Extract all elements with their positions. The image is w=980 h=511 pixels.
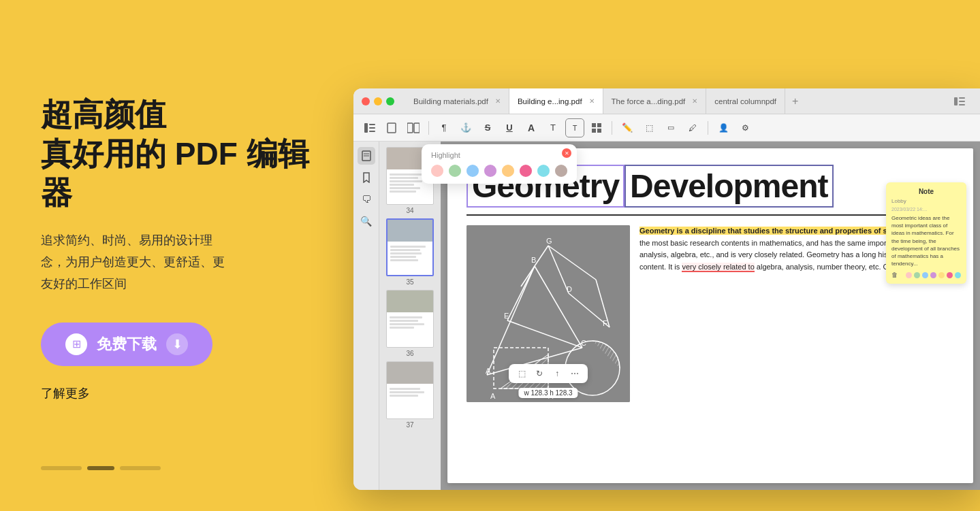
maximize-traffic-light[interactable] — [386, 97, 394, 105]
svg-rect-14 — [597, 129, 601, 133]
note-title: Note — [891, 188, 961, 195]
svg-rect-9 — [407, 123, 413, 133]
pdf-body: A B C E D F G A A ⬚ — [467, 225, 954, 402]
settings-icon[interactable]: ⚙ — [736, 118, 755, 137]
tab-building-materials[interactable]: Building materials.pdf ✕ — [405, 88, 509, 114]
svg-text:D: D — [567, 285, 572, 293]
note-color-blue[interactable] — [922, 272, 928, 278]
thumbnail-panel: 34 35 — [379, 142, 441, 490]
underline-icon[interactable]: U — [500, 118, 519, 137]
double-page-icon[interactable] — [404, 118, 423, 137]
svg-rect-1 — [959, 97, 965, 99]
close-traffic-light[interactable] — [362, 97, 370, 105]
note-color-picker — [906, 272, 961, 278]
svg-rect-8 — [388, 123, 396, 133]
note-color-purple[interactable] — [930, 272, 936, 278]
note-color-green[interactable] — [914, 272, 920, 278]
pdf-geometry-image: A B C E D F G A A ⬚ — [467, 225, 630, 402]
pagination-dot-2[interactable] — [87, 466, 114, 470]
note-color-cyan[interactable] — [955, 272, 961, 278]
learn-more-link[interactable]: 了解更多 — [41, 385, 327, 401]
color-red[interactable] — [520, 165, 532, 177]
pdf-page: GeometryDevelopment — [447, 148, 973, 483]
brush-icon[interactable]: 🖊 — [683, 118, 702, 137]
thumbnail-35[interactable]: 35 — [383, 218, 437, 286]
thumb-num-36: 36 — [406, 350, 413, 357]
more-icon[interactable]: ⋯ — [569, 367, 581, 380]
color-green[interactable] — [449, 165, 461, 177]
user-icon[interactable]: 👤 — [714, 118, 733, 137]
color-orange[interactable] — [502, 165, 514, 177]
note-footer: 🗑 — [891, 271, 961, 278]
crop-icon[interactable]: ⬚ — [516, 367, 528, 380]
color-blue[interactable] — [467, 165, 479, 177]
pagination — [41, 466, 161, 470]
title-bar: Building materials.pdf ✕ Building e...in… — [353, 88, 980, 114]
color-brown[interactable] — [555, 165, 567, 177]
tab-add-button[interactable]: + — [785, 88, 805, 114]
thumbnail-37[interactable]: 37 — [383, 361, 437, 429]
toolbar-separator-3 — [708, 121, 708, 135]
thumb-img-35 — [386, 218, 434, 276]
highlight-popup-close[interactable]: ✕ — [562, 148, 571, 158]
sidebar-toggle-btn[interactable] — [947, 97, 972, 105]
text-icon[interactable]: T — [543, 118, 563, 137]
svg-text:A: A — [486, 367, 491, 375]
rotate-icon[interactable]: ↻ — [533, 367, 546, 380]
shapes-icon[interactable]: ⬚ — [639, 118, 659, 137]
download-arrow-icon: ⬇ — [166, 333, 188, 355]
sidebar-toggle-toolbar-icon[interactable] — [360, 118, 379, 137]
tab-close-icon-3[interactable]: ✕ — [692, 97, 697, 105]
minimize-traffic-light[interactable] — [374, 97, 382, 105]
color-pink[interactable] — [431, 165, 443, 177]
search-sidebar-icon[interactable]: 🔍 — [358, 212, 375, 230]
note-color-yellow[interactable] — [938, 272, 945, 278]
svg-text:A: A — [490, 392, 496, 400]
svg-rect-3 — [959, 104, 965, 105]
highlight-popup: ✕ Highlight — [422, 144, 577, 184]
download-btn-label: 免费下载 — [97, 334, 157, 355]
thumb-num-37: 37 — [406, 421, 413, 429]
color-purple[interactable] — [484, 165, 496, 177]
heading-icon[interactable]: A — [522, 118, 541, 137]
tab-close-icon-active[interactable]: ✕ — [589, 97, 595, 105]
pagination-dot-3[interactable] — [120, 466, 161, 470]
tab-building-e[interactable]: Building e...ing.pdf ✕ — [509, 88, 603, 114]
svg-rect-7 — [369, 131, 375, 132]
svg-rect-0 — [954, 97, 958, 105]
share-icon[interactable]: ↑ — [551, 367, 563, 380]
tab-bar: Building materials.pdf ✕ Building e...in… — [405, 88, 947, 114]
note-delete-icon[interactable]: 🗑 — [891, 271, 898, 278]
pagination-dot-1[interactable] — [41, 466, 82, 470]
pencil-icon[interactable]: ✏️ — [618, 118, 637, 137]
svg-text:G: G — [546, 237, 552, 245]
app-window: Building materials.pdf ✕ Building e...in… — [353, 88, 980, 490]
strikethrough-icon[interactable]: S — [478, 118, 497, 137]
note-author: Lobby — [891, 198, 961, 204]
highlight-color-picker — [431, 165, 567, 177]
download-button[interactable]: ⊞ 免费下载 ⬇ — [41, 323, 212, 366]
tab-central[interactable]: central columnpdf — [706, 88, 785, 114]
highlight-popup-title: Highlight — [431, 151, 567, 159]
annotation-icon[interactable]: 🗨 — [358, 191, 375, 208]
text-box-icon[interactable]: T — [565, 118, 584, 137]
traffic-lights — [362, 97, 394, 105]
svg-rect-5 — [369, 124, 375, 125]
subtitle: 追求简约、时尚、易用的设计理 念，为用户创造更大、更舒适、更 友好的工作区间 — [41, 229, 327, 295]
main-title: 超高颜值 真好用的 PDF 编辑器 — [41, 95, 327, 213]
color-cyan[interactable] — [537, 165, 550, 177]
single-page-icon[interactable] — [382, 118, 401, 137]
svg-text:E: E — [504, 312, 509, 320]
anchor-icon[interactable]: ⚓ — [456, 118, 475, 137]
tab-force[interactable]: The force a...ding.pdf ✕ — [603, 88, 707, 114]
grid-icon[interactable] — [587, 118, 606, 137]
thumbnail-36[interactable]: 36 — [383, 290, 437, 357]
tab-close-icon[interactable]: ✕ — [495, 97, 501, 105]
note-color-pink[interactable] — [906, 272, 912, 278]
rectangle-icon[interactable]: ▭ — [661, 118, 680, 137]
bookmark-icon[interactable] — [358, 169, 375, 186]
svg-text:F: F — [603, 319, 607, 327]
text-format-icon[interactable]: ¶ — [434, 118, 454, 137]
pages-panel-icon[interactable] — [358, 147, 375, 165]
note-color-red[interactable] — [947, 272, 953, 278]
